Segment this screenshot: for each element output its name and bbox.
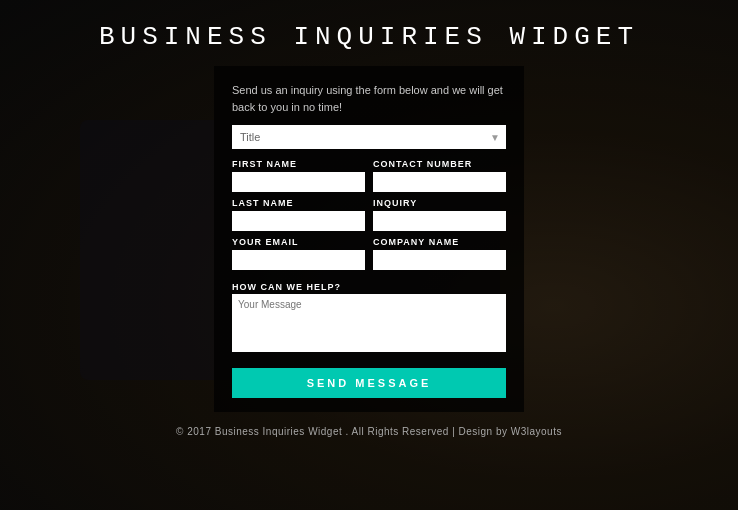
- intro-text: Send us an inquiry using the form below …: [232, 82, 506, 115]
- message-textarea[interactable]: [232, 294, 506, 352]
- send-message-button[interactable]: SEND MESSAGE: [232, 368, 506, 398]
- col-email: YOUR EMAIL: [232, 237, 365, 270]
- col-company: COMPANY NAME: [373, 237, 506, 270]
- inquiry-label: INQUIRY: [373, 198, 506, 208]
- col-last-name: LAST NAME: [232, 198, 365, 231]
- col-inquiry: INQUIRY: [373, 198, 506, 231]
- email-input[interactable]: [232, 250, 365, 270]
- first-name-input[interactable]: [232, 172, 365, 192]
- contact-number-input[interactable]: [373, 172, 506, 192]
- row-lastname-inquiry: LAST NAME INQUIRY: [232, 198, 506, 231]
- title-select[interactable]: Title Mr. Mrs. Ms. Dr.: [232, 125, 506, 149]
- col-contact-number: CONTACT NUMBER: [373, 159, 506, 192]
- title-select-wrapper: Title Mr. Mrs. Ms. Dr. ▼: [232, 125, 506, 149]
- last-name-label: LAST NAME: [232, 198, 365, 208]
- row-email-company: YOUR EMAIL COMPANY NAME: [232, 237, 506, 270]
- inquiry-input[interactable]: [373, 211, 506, 231]
- contact-number-label: CONTACT NUMBER: [373, 159, 506, 169]
- last-name-input[interactable]: [232, 211, 365, 231]
- page-title: Business Inquiries Widget: [99, 22, 639, 52]
- email-label: YOUR EMAIL: [232, 237, 365, 247]
- company-name-label: COMPANY NAME: [373, 237, 506, 247]
- row-name-contact: FIRST NAME CONTACT NUMBER: [232, 159, 506, 192]
- footer-text: © 2017 Business Inquiries Widget . All R…: [176, 426, 562, 437]
- how-can-we-help-label: HOW CAN WE HELP?: [232, 282, 341, 292]
- col-first-name: FIRST NAME: [232, 159, 365, 192]
- company-name-input[interactable]: [373, 250, 506, 270]
- page-wrapper: Business Inquiries Widget Send us an inq…: [0, 0, 738, 510]
- first-name-label: FIRST NAME: [232, 159, 365, 169]
- form-container: Send us an inquiry using the form below …: [214, 66, 524, 412]
- message-section: HOW CAN WE HELP?: [232, 276, 506, 356]
